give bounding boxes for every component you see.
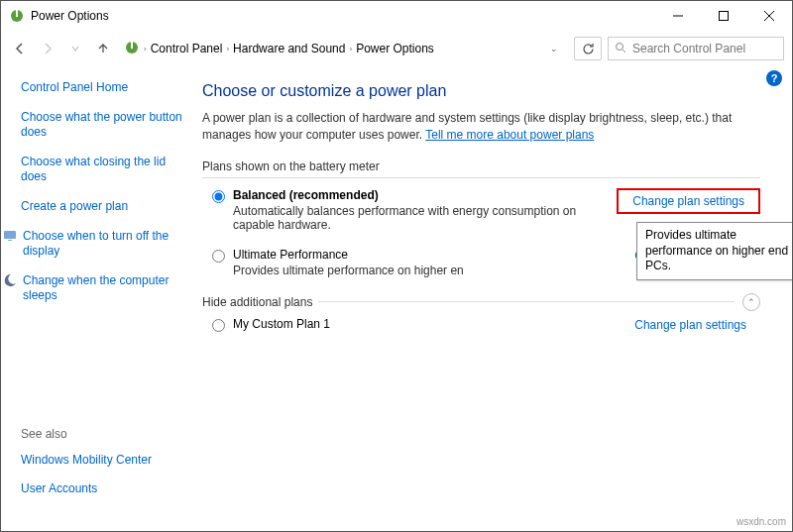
breadcrumb-item[interactable]: Hardware and Sound [233,42,345,55]
svg-point-8 [617,43,623,50]
change-plan-settings-link[interactable]: Change plan settings [632,193,744,208]
back-button[interactable] [9,38,31,59]
plan-radio[interactable] [212,250,225,263]
plan-description: Automatically balances performance with … [233,204,617,232]
maximize-button[interactable] [701,1,746,31]
moon-icon [3,273,17,287]
svg-line-9 [623,50,625,53]
svg-rect-10 [4,231,16,239]
sidebar-link[interactable]: Choose what the power button does [21,110,186,141]
window-title: Power Options [31,9,655,23]
minimize-button[interactable] [655,1,701,31]
hide-additional-plans-row: Hide additional plans ⌃ [202,293,760,311]
seealso-link[interactable]: Windows Mobility Center [21,453,186,469]
sidebar: Control Panel Home Choose what the power… [1,66,194,531]
seealso-link[interactable]: User Accounts [21,481,186,497]
tooltip: Provides ultimate performance on higher … [636,222,793,280]
search-input[interactable]: Search Control Panel [608,37,784,60]
app-icon [9,8,25,24]
sidebar-link[interactable]: Create a power plan [21,199,186,215]
forward-button[interactable] [37,38,58,59]
learn-more-link[interactable]: Tell me more about power plans [425,128,594,142]
svg-rect-1 [16,10,18,17]
search-placeholder: Search Control Panel [632,42,745,55]
collapse-button[interactable]: ⌃ [742,293,760,311]
breadcrumb-dropdown-icon[interactable]: ⌄ [550,44,564,53]
search-icon [615,42,626,56]
divider [202,177,760,178]
plans-shown-label: Plans shown on the battery meter [202,160,760,173]
chevron-right-icon: › [144,45,147,53]
svg-rect-7 [131,42,133,49]
watermark: wsxdn.com [736,516,786,527]
plan-name: Balanced (recommended) [233,188,617,202]
hide-additional-label: Hide additional plans [202,295,312,309]
chevron-up-icon: ⌃ [747,297,755,307]
breadcrumb[interactable]: › Control Panel › Hardware and Sound › P… [120,37,568,60]
breadcrumb-item[interactable]: Control Panel [151,42,223,55]
close-button[interactable] [746,1,792,31]
navbar: › Control Panel › Hardware and Sound › P… [1,31,792,66]
breadcrumb-item[interactable]: Power Options [356,42,434,55]
power-plan-row: My Custom Plan 1 Change plan settings [202,317,760,332]
seealso-label: See also [21,427,186,441]
svg-rect-3 [720,12,729,21]
sidebar-home-link[interactable]: Control Panel Home [21,80,186,96]
highlight-box: Change plan settings [617,188,760,214]
plan-name: My Custom Plan 1 [233,317,634,331]
breadcrumb-icon [124,40,140,58]
plan-radio[interactable] [212,190,225,203]
page-heading: Choose or customize a power plan [202,82,760,100]
plan-description: Provides ultimate performance on higher … [233,264,634,277]
svg-rect-11 [8,240,12,241]
refresh-button[interactable] [574,37,602,60]
change-plan-settings-link[interactable]: Change plan settings [634,317,760,332]
chevron-right-icon: › [226,45,229,53]
plan-radio[interactable] [212,319,225,332]
recent-dropdown-icon[interactable] [64,38,86,59]
sidebar-link[interactable]: Choose what closing the lid does [21,155,186,185]
up-button[interactable] [92,38,114,59]
monitor-icon [3,229,17,243]
chevron-right-icon: › [349,45,352,53]
plan-name: Ultimate Performance [233,248,634,262]
page-description: A power plan is a collection of hardware… [202,110,760,144]
sidebar-link[interactable]: Change when the computer sleeps [23,273,186,304]
main-panel: Choose or customize a power plan A power… [194,66,792,531]
sidebar-link[interactable]: Choose when to turn off the display [23,229,186,260]
titlebar: Power Options [1,1,792,31]
divider [318,301,735,302]
